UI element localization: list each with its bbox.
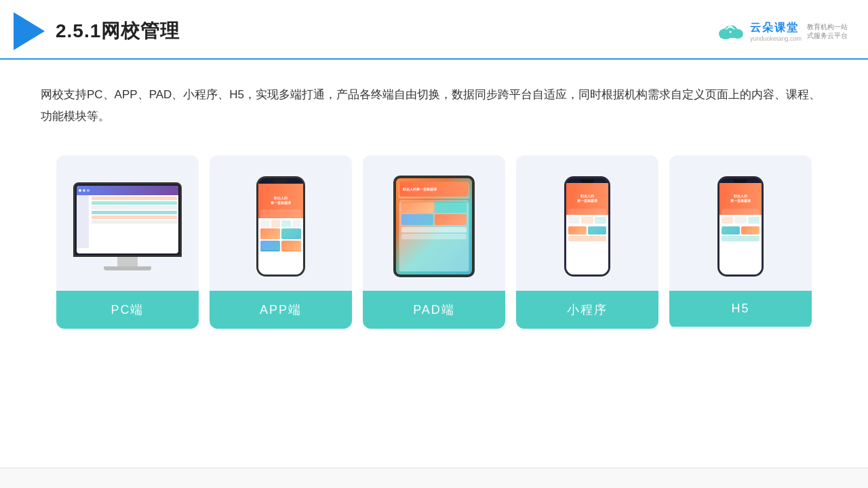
card-pad: 职达人的第一堂刷题课 PAD端 <box>363 155 505 329</box>
cards-container: PC端 职达人的第一堂刷题课 <box>0 142 868 342</box>
brand-icon: 云朵课堂 yunduoketang.com <box>715 21 802 42</box>
phone-mockup-app: 职达人的第一堂刷题课 <box>256 176 305 277</box>
svg-rect-3 <box>720 33 741 38</box>
bottom-bar <box>0 468 868 488</box>
card-pad-image: 职达人的第一堂刷题课 <box>363 155 505 291</box>
card-miniapp-label: 小程序 <box>516 291 658 329</box>
card-miniapp-image: 职达人的第一堂刷题课 <box>516 155 658 291</box>
brand-name-text: 云朵课堂 yunduoketang.com <box>750 21 802 42</box>
card-app: 职达人的第一堂刷题课 <box>210 155 352 329</box>
monitor <box>73 182 182 257</box>
card-pad-label: PAD端 <box>363 291 505 329</box>
tablet-mockup: 职达人的第一堂刷题课 <box>393 176 475 277</box>
description-text: 网校支持PC、APP、PAD、小程序、H5，实现多端打通，产品各终端自由切换，数… <box>0 60 868 142</box>
brand-tagline: 教育机构一站式服务云平台 <box>807 22 848 40</box>
narrow-phone-miniapp: 职达人的第一堂刷题课 <box>564 176 610 277</box>
card-miniapp: 职达人的第一堂刷题课 <box>516 155 658 329</box>
card-pc: PC端 <box>56 155 199 329</box>
card-pc-image <box>56 155 199 291</box>
card-h5-label: H5 <box>669 291 812 327</box>
pc-mockup <box>73 182 182 270</box>
card-h5-image: 职达人的第一堂刷题课 <box>669 155 812 291</box>
logo-triangle-icon <box>14 12 45 50</box>
card-h5: 职达人的第一堂刷题课 <box>669 155 812 329</box>
card-app-label: APP端 <box>210 291 352 329</box>
brand-area: 云朵课堂 yunduoketang.com 教育机构一站式服务云平台 <box>715 21 848 42</box>
svg-point-4 <box>729 31 731 33</box>
header: 2.5.1网校管理 云朵课堂 yunduoketang.com 教育机构一站式服… <box>0 0 868 60</box>
page-title: 2.5.1网校管理 <box>56 18 180 44</box>
header-left: 2.5.1网校管理 <box>14 12 180 50</box>
narrow-phone-h5: 职达人的第一堂刷题课 <box>717 176 764 277</box>
cloud-logo-icon <box>715 22 746 41</box>
card-app-image: 职达人的第一堂刷题课 <box>210 155 352 291</box>
card-pc-label: PC端 <box>56 291 199 329</box>
